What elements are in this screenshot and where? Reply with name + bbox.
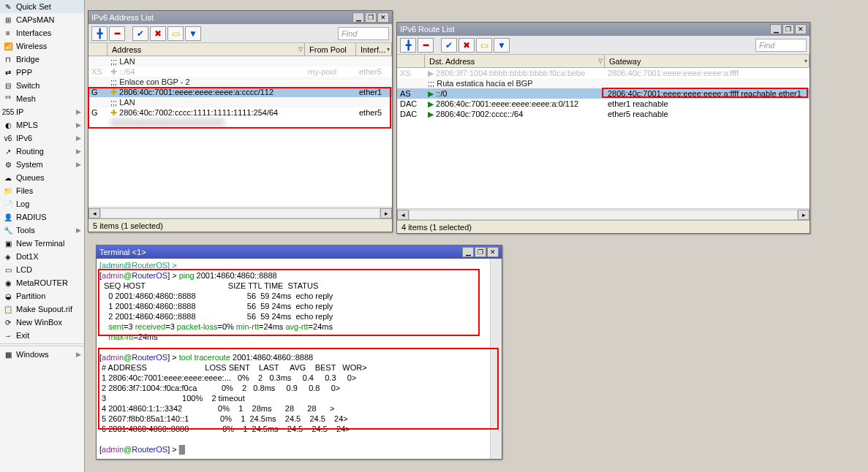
col-dst-address[interactable]: Dst. Address▽ — [425, 55, 605, 67]
table-row[interactable]: G✚ 2806:40c:7002:cccc:1111:1111:1111:254… — [88, 107, 392, 118]
sidebar-item-new-winbox[interactable]: ⟳New WinBox — [0, 316, 84, 329]
restore-button[interactable]: ❐ — [782, 24, 794, 34]
close-button[interactable]: ✕ — [377, 12, 389, 23]
table-row[interactable]: I████████████████████ — [88, 118, 392, 128]
sidebar: ✎Quick Set⊞CAPsMAN≡Interfaces📶Wireless⊓B… — [0, 0, 85, 472]
chevron-right-icon: ▶ — [76, 227, 81, 234]
windows-icon: ▦ — [3, 349, 13, 359]
menu-icon: ✎ — [3, 1, 13, 12]
restore-button[interactable]: ❐ — [365, 12, 377, 23]
sidebar-item-dot1x[interactable]: ◈Dot1X — [0, 250, 84, 263]
sidebar-item-interfaces[interactable]: ≡Interfaces — [0, 26, 84, 39]
sidebar-item-label: Files — [16, 186, 33, 195]
chevron-right-icon: ▶ — [76, 108, 81, 115]
find-input[interactable]: Find — [755, 39, 807, 52]
sidebar-item-new-terminal[interactable]: ▣New Terminal — [0, 237, 84, 250]
address-table-body: ;;; LANXS✚ ::/64my-poolether5;;; Enlace … — [88, 56, 392, 207]
sidebar-item-label: Dot1X — [16, 252, 39, 261]
table-row[interactable]: ;;; LAN — [88, 97, 392, 107]
sidebar-item-label: Partition — [16, 292, 45, 300]
col-interface[interactable]: Interf...▾ — [356, 43, 392, 56]
menu-icon: ≡ — [3, 28, 13, 38]
comment-button[interactable]: ▭ — [476, 38, 492, 53]
sidebar-item-quick-set[interactable]: ✎Quick Set — [0, 0, 84, 13]
sidebar-item-bridge[interactable]: ⊓Bridge — [0, 53, 84, 66]
close-button[interactable]: ✕ — [795, 24, 807, 34]
sidebar-item-metarouter[interactable]: ◉MetaROUTER — [0, 276, 84, 289]
table-header: Dst. Address▽ Gateway▾ — [397, 55, 809, 68]
table-row[interactable]: G✚ 2806:40c:7001:eeee:eeee:eeee:a:cccc/1… — [88, 87, 392, 97]
sidebar-item-wireless[interactable]: 📶Wireless — [0, 39, 84, 53]
remove-button[interactable]: ━ — [109, 26, 125, 41]
sidebar-item-capsman[interactable]: ⊞CAPsMAN — [0, 13, 84, 26]
col-from-pool[interactable]: From Pool — [305, 43, 356, 56]
col-gateway[interactable]: Gateway▾ — [605, 55, 809, 67]
table-row[interactable]: DAC▶ 2806:40c:7001:eeee:eeee:eeee:a:0/11… — [397, 99, 809, 109]
terminal-window: Terminal <1> ▁ ❐ ✕ [admin@RouterOS] > [a… — [96, 245, 502, 460]
sidebar-item-label: New Terminal — [16, 239, 64, 248]
menu-icon: → — [3, 330, 13, 340]
minimize-button[interactable]: ▁ — [770, 24, 782, 34]
sidebar-item-windows[interactable]: ▦ Windows ▶ — [0, 348, 84, 361]
table-row[interactable]: DAC▶ 2806:40c:7002:cccc::/64ether5 reach… — [397, 109, 809, 119]
table-row[interactable]: AS▶ ::/02806:40c:7001:eeee:eeee:eeee:a:f… — [397, 88, 809, 99]
sidebar-item-partition[interactable]: ◒Partition — [0, 289, 84, 302]
comment-button[interactable]: ▭ — [167, 26, 184, 41]
horizontal-scrollbar[interactable]: ◂▸ — [88, 207, 392, 218]
sidebar-item-label: MPLS — [16, 121, 38, 129]
vertical-scrollbar[interactable] — [490, 259, 502, 459]
col-address[interactable]: Address▽ — [107, 43, 305, 56]
sidebar-item-routing[interactable]: ↗Routing▶ — [0, 145, 84, 158]
sidebar-item-switch[interactable]: ⊟Switch — [0, 79, 84, 92]
filter-button[interactable]: ▼ — [185, 26, 201, 41]
table-row[interactable]: ;;; LAN — [88, 56, 392, 66]
minimize-button[interactable]: ▁ — [352, 12, 364, 23]
disable-button[interactable]: ✖ — [150, 26, 166, 41]
disable-button[interactable]: ✖ — [458, 38, 475, 53]
status-bar: 5 items (1 selected) — [88, 218, 392, 232]
menu-icon: 📁 — [3, 186, 13, 196]
chevron-right-icon: ▶ — [76, 134, 81, 142]
window-titlebar[interactable]: IPv6 Address List ▁ ❐ ✕ — [88, 11, 392, 24]
sidebar-item-mesh[interactable]: °°Mesh — [0, 92, 84, 105]
window-titlebar[interactable]: Terminal <1> ▁ ❐ ✕ — [97, 245, 502, 259]
window-titlebar[interactable]: IPv6 Route List ▁ ❐ ✕ — [397, 23, 809, 36]
sidebar-item-label: Exit — [16, 331, 29, 340]
menu-icon: 255 — [3, 107, 13, 117]
sidebar-item-label: Switch — [16, 81, 39, 90]
close-button[interactable]: ✕ — [487, 247, 499, 257]
sidebar-item-label: New WinBox — [16, 318, 62, 327]
restore-button[interactable]: ❐ — [475, 247, 486, 257]
sidebar-item-exit[interactable]: →Exit — [0, 329, 84, 342]
table-row[interactable]: XS▶ 2806:3f7:1004:bbbb:bbbb:bbbb:f0ca:be… — [397, 68, 809, 78]
table-row[interactable]: ;;; Enlace con BGP - 2 — [88, 77, 392, 87]
sidebar-item-queues[interactable]: ☁Queues — [0, 171, 84, 184]
filter-button[interactable]: ▼ — [494, 38, 510, 53]
menu-icon: 📋 — [3, 304, 13, 314]
add-button[interactable]: ╋ — [91, 26, 107, 41]
terminal-output[interactable]: [admin@RouterOS] > [admin@RouterOS] > pi… — [97, 259, 502, 459]
add-button[interactable]: ╋ — [400, 38, 416, 53]
remove-button[interactable]: ━ — [418, 38, 434, 53]
table-row[interactable]: XS✚ ::/64my-poolether5 — [88, 66, 392, 77]
enable-button[interactable]: ✔ — [132, 26, 148, 41]
sidebar-item-mpls[interactable]: ◐MPLS▶ — [0, 118, 84, 132]
sidebar-item-tools[interactable]: 🔧Tools▶ — [0, 224, 84, 237]
sidebar-item-system[interactable]: ⚙System▶ — [0, 158, 84, 171]
sidebar-item-label: Tools — [16, 226, 35, 235]
sidebar-item-files[interactable]: 📁Files — [0, 184, 84, 197]
minimize-button[interactable]: ▁ — [462, 247, 474, 257]
horizontal-scrollbar[interactable]: ◂▸ — [397, 208, 809, 220]
sidebar-item-ppp[interactable]: ⇄PPP — [0, 66, 84, 79]
sidebar-item-ip[interactable]: 255IP▶ — [0, 105, 84, 118]
table-row[interactable]: ;;; Ruta estatica hacia el BGP — [397, 78, 809, 88]
sidebar-item-ipv6[interactable]: v6IPv6▶ — [0, 132, 84, 145]
sidebar-item-log[interactable]: 📄Log — [0, 197, 84, 210]
sidebar-item-lcd[interactable]: ▭LCD — [0, 263, 84, 276]
menu-icon: 📄 — [3, 199, 13, 209]
sidebar-item-make-supout-rif[interactable]: 📋Make Supout.rif — [0, 302, 84, 316]
find-input[interactable]: Find — [338, 27, 389, 40]
toolbar: ╋ ━ ✔ ✖ ▭ ▼ Find — [397, 36, 809, 55]
sidebar-item-radius[interactable]: 👤RADIUS — [0, 210, 84, 224]
enable-button[interactable]: ✔ — [441, 38, 457, 53]
